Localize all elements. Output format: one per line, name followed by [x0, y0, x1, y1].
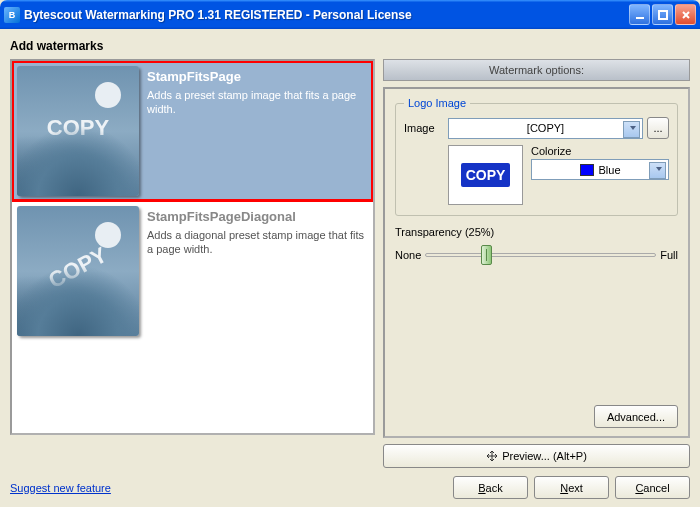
minimize-button[interactable] [629, 4, 650, 25]
close-button[interactable] [675, 4, 696, 25]
colorize-label: Colorize [531, 145, 669, 157]
preset-desc: Adds a preset stamp image that fits a pa… [147, 88, 365, 117]
cancel-button[interactable]: Cancel [615, 476, 690, 499]
options-panel: Logo Image Image [COPY] ... COPY Coloriz… [383, 87, 690, 438]
logo-preview: COPY [448, 145, 523, 205]
logo-image-group: Logo Image Image [COPY] ... COPY Coloriz… [395, 97, 678, 216]
color-swatch [580, 164, 594, 176]
window-title: Bytescout Watermarking PRO 1.31 REGISTER… [24, 8, 627, 22]
image-label: Image [404, 122, 444, 134]
preset-item-stampfitspagediagonal[interactable]: COPY StampFitsPageDiagonal Adds a diagon… [12, 201, 373, 341]
slider-full-label: Full [660, 249, 678, 261]
suggest-feature-link[interactable]: Suggest new feature [10, 482, 111, 494]
preset-title: StampFitsPage [147, 69, 365, 84]
preset-thumbnail: COPY [17, 206, 139, 336]
svg-rect-1 [659, 11, 667, 19]
preset-title: StampFitsPageDiagonal [147, 209, 365, 224]
page-heading: Add watermarks [10, 39, 690, 53]
browse-button[interactable]: ... [647, 117, 669, 139]
logo-preview-text: COPY [461, 163, 511, 187]
color-name: Blue [598, 164, 620, 176]
image-select-value: [COPY] [527, 122, 564, 134]
transparency-label: Transparency (25%) [395, 226, 678, 238]
advanced-button[interactable]: Advanced... [594, 405, 678, 428]
transparency-slider[interactable] [425, 242, 656, 268]
titlebar[interactable]: B Bytescout Watermarking PRO 1.31 REGIST… [0, 0, 700, 29]
move-icon [486, 450, 498, 462]
slider-thumb[interactable] [481, 245, 492, 265]
preset-desc: Adds a diagonal preset stamp image that … [147, 228, 365, 257]
preview-button-label: Preview... (Alt+P) [502, 450, 587, 462]
options-header: Watermark options: [383, 59, 690, 81]
preset-item-stampfitspage[interactable]: COPY StampFitsPage Adds a preset stamp i… [12, 61, 373, 201]
colorize-select[interactable]: Blue [531, 159, 669, 180]
next-button[interactable]: Next [534, 476, 609, 499]
logo-legend: Logo Image [404, 97, 470, 109]
image-select[interactable]: [COPY] [448, 118, 643, 139]
preset-thumbnail: COPY [17, 66, 139, 196]
slider-none-label: None [395, 249, 421, 261]
watermark-preset-list[interactable]: COPY StampFitsPage Adds a preset stamp i… [10, 59, 375, 435]
maximize-button[interactable] [652, 4, 673, 25]
app-icon: B [4, 7, 20, 23]
back-button[interactable]: Back [453, 476, 528, 499]
preview-button[interactable]: Preview... (Alt+P) [383, 444, 690, 468]
thumb-text: COPY [44, 242, 111, 294]
thumb-text: COPY [47, 115, 109, 141]
